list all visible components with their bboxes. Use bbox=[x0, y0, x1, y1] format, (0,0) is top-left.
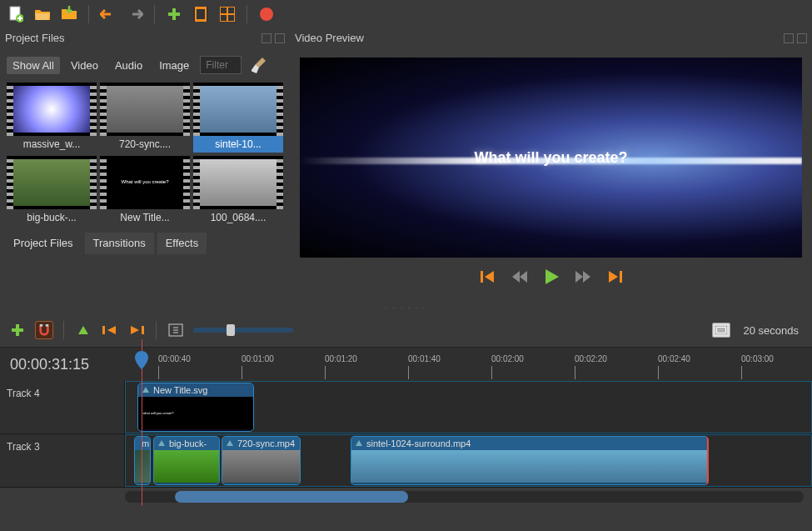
film-strip-icon[interactable] bbox=[192, 5, 210, 23]
playhead-time: 00:00:31:15 bbox=[0, 348, 125, 382]
clip[interactable]: m bbox=[134, 436, 151, 485]
file-label: big-buck-... bbox=[7, 209, 97, 226]
redo-icon[interactable] bbox=[126, 5, 144, 23]
filter-show-all[interactable]: Show All bbox=[7, 57, 60, 74]
clip[interactable]: New Title.svgwhat will you create? bbox=[137, 383, 254, 432]
fast-forward-icon[interactable] bbox=[574, 268, 592, 286]
clip-title: New Title.svg bbox=[153, 385, 207, 395]
file-label: 100_0684.... bbox=[193, 209, 283, 226]
save-file-icon[interactable] bbox=[60, 5, 78, 23]
add-marker-icon[interactable] bbox=[74, 321, 92, 339]
prev-marker-icon[interactable] bbox=[101, 321, 119, 339]
ruler-tick: 00:01:40 bbox=[408, 354, 441, 363]
open-file-icon[interactable] bbox=[33, 5, 52, 23]
snap-magnet-icon[interactable] bbox=[35, 321, 53, 339]
filter-audio[interactable]: Audio bbox=[109, 57, 148, 74]
file-item[interactable]: big-buck-... bbox=[7, 156, 97, 226]
ruler-tick: 00:02:40 bbox=[658, 354, 690, 363]
playhead-handle[interactable] bbox=[135, 351, 148, 369]
ruler-tick: 00:03:00 bbox=[741, 354, 774, 363]
clip-title: sintel-1024-surround.mp4 bbox=[366, 438, 471, 448]
tab-project-files[interactable]: Project Files bbox=[5, 233, 82, 254]
play-icon[interactable] bbox=[542, 268, 560, 286]
clear-filter-icon[interactable] bbox=[252, 57, 268, 73]
file-label: 720-sync.... bbox=[100, 136, 190, 153]
svg-rect-10 bbox=[228, 15, 234, 21]
svg-rect-17 bbox=[142, 326, 144, 334]
svg-rect-3 bbox=[197, 9, 205, 19]
timeline-toolbar: 20 seconds bbox=[0, 313, 812, 347]
clip-title: 720-sync.mp4 bbox=[237, 438, 295, 448]
svg-rect-16 bbox=[102, 326, 105, 334]
clip[interactable]: sintel-1024-surround.mp4 bbox=[351, 436, 709, 485]
preview-close-icon[interactable] bbox=[797, 33, 807, 43]
panel-resize-handle[interactable]: . . . . . . bbox=[0, 302, 812, 313]
file-label: sintel-10... bbox=[193, 136, 283, 153]
svg-point-11 bbox=[260, 8, 273, 21]
svg-rect-7 bbox=[221, 8, 227, 13]
ruler-tick: 00:02:20 bbox=[575, 354, 607, 363]
new-file-icon[interactable] bbox=[7, 5, 25, 23]
preview-overlay-text: What will you create? bbox=[474, 149, 627, 167]
panel-undock-icon[interactable] bbox=[262, 33, 271, 43]
track-header[interactable]: Track 4 bbox=[0, 381, 125, 433]
svg-rect-9 bbox=[221, 15, 227, 21]
ruler-tick: 00:02:00 bbox=[491, 354, 524, 363]
rewind-icon[interactable] bbox=[511, 268, 529, 286]
file-label: New Title... bbox=[100, 209, 190, 226]
file-label: massive_w... bbox=[7, 136, 97, 153]
svg-rect-8 bbox=[228, 8, 234, 13]
record-icon[interactable] bbox=[257, 5, 276, 23]
svg-rect-15 bbox=[46, 324, 49, 327]
svg-rect-12 bbox=[481, 271, 483, 283]
file-item[interactable]: 720-sync.... bbox=[100, 83, 190, 153]
file-item[interactable]: sintel-10... bbox=[193, 83, 283, 153]
file-item[interactable]: 100_0684.... bbox=[193, 156, 283, 226]
ruler-tick: 00:00:40 bbox=[158, 354, 191, 363]
film-grid-icon[interactable] bbox=[218, 5, 237, 23]
ruler-tick: 00:01:00 bbox=[242, 354, 274, 363]
filter-image[interactable]: Image bbox=[153, 57, 195, 74]
clip-title: big-buck- bbox=[169, 438, 207, 448]
clip[interactable]: 720-sync.mp4 bbox=[222, 436, 301, 485]
track-header[interactable]: Track 3 bbox=[0, 434, 125, 487]
project-files-title: Project Files bbox=[5, 32, 65, 44]
ruler-tick: 00:01:20 bbox=[325, 354, 357, 363]
preview-panel: Video Preview What will you create? bbox=[290, 28, 812, 302]
zoom-slider[interactable] bbox=[193, 328, 293, 333]
track-content[interactable]: mbig-buck-720-sync.mp4sintel-1024-surrou… bbox=[125, 434, 812, 487]
track: Track 3mbig-buck-720-sync.mp4sintel-1024… bbox=[0, 434, 812, 488]
timeline: 00:00:31:15 00:00:4000:01:0000:01:2000:0… bbox=[0, 347, 812, 503]
track-content[interactable]: New Title.svgwhat will you create? bbox=[125, 381, 812, 433]
file-grid: massive_w...720-sync....sintel-10...big-… bbox=[0, 79, 290, 229]
svg-rect-14 bbox=[40, 324, 43, 327]
clip[interactable]: big-buck- bbox=[153, 436, 220, 485]
transport-controls bbox=[290, 261, 812, 293]
svg-rect-5 bbox=[207, 7, 208, 22]
clip-title: m bbox=[142, 438, 149, 448]
svg-rect-13 bbox=[620, 271, 622, 283]
zoom-display-icon[interactable] bbox=[712, 323, 730, 338]
preview-title: Video Preview bbox=[295, 32, 364, 44]
add-icon[interactable] bbox=[165, 5, 183, 23]
go-start-icon[interactable] bbox=[479, 268, 497, 286]
go-end-icon[interactable] bbox=[605, 268, 624, 286]
undo-icon[interactable] bbox=[99, 5, 117, 23]
preview-undock-icon[interactable] bbox=[784, 33, 794, 43]
timeline-ruler[interactable]: 00:00:31:15 00:00:4000:01:0000:01:2000:0… bbox=[0, 348, 812, 381]
center-playhead-icon[interactable] bbox=[167, 321, 185, 339]
file-item[interactable]: What will you create?New Title... bbox=[100, 156, 190, 226]
zoom-label: 20 seconds bbox=[739, 322, 805, 339]
next-marker-icon[interactable] bbox=[127, 321, 146, 339]
timeline-scrollbar[interactable] bbox=[125, 491, 804, 503]
project-files-panel: Project Files Show All Video Audio Image… bbox=[0, 28, 290, 302]
filter-video[interactable]: Video bbox=[65, 57, 104, 74]
add-track-icon[interactable] bbox=[8, 321, 27, 339]
track: Track 4New Title.svgwhat will you create… bbox=[0, 381, 812, 434]
file-item[interactable]: massive_w... bbox=[7, 83, 97, 153]
tab-effects[interactable]: Effects bbox=[157, 233, 207, 254]
preview-video[interactable]: What will you create? bbox=[300, 58, 802, 258]
tab-transitions[interactable]: Transitions bbox=[85, 233, 154, 254]
panel-close-icon[interactable] bbox=[275, 33, 285, 43]
filter-input[interactable] bbox=[200, 56, 242, 74]
